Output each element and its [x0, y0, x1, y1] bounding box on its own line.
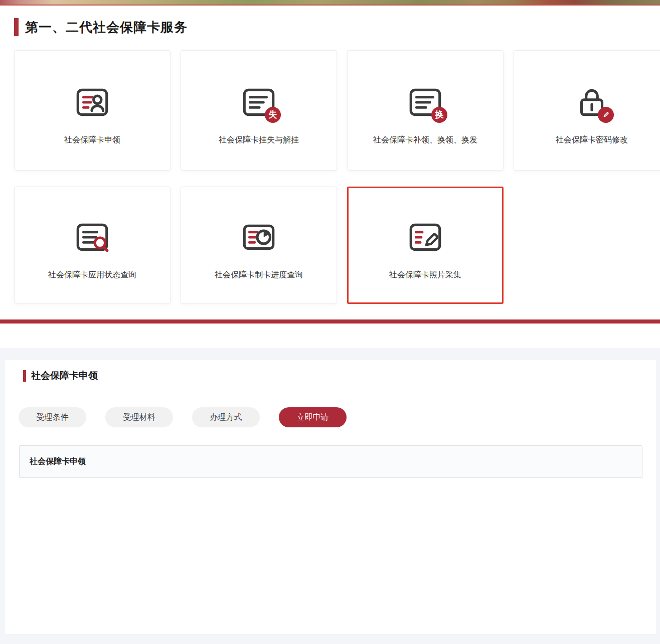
detail-card: 社会保障卡申领 受理条件 受理材料 办理方式 立即申请 社会保障卡申领 [5, 360, 656, 634]
id-card-person-icon [72, 83, 112, 122]
service-card-label: 社会保障卡密码修改 [556, 135, 628, 145]
service-card-label: 社会保障卡制卡进度查询 [215, 270, 303, 280]
service-card-progress-query[interactable]: 社会保障卡制卡进度查询 [181, 187, 337, 304]
service-card-label: 社会保障卡申领 [64, 135, 120, 145]
section-accent-bar [14, 18, 19, 36]
detail-panel: 社会保障卡申领 受理条件 受理材料 办理方式 立即申请 社会保障卡申领 [0, 348, 660, 644]
detail-tabs: 受理条件 受理材料 办理方式 立即申请 [19, 407, 347, 427]
section-header: 第一、二代社会保障卡服务 [14, 18, 188, 36]
replace-badge-icon: 换 [431, 107, 447, 123]
card-photo-edit-icon [405, 218, 445, 257]
detail-header-divider [5, 396, 656, 396]
service-card-password[interactable]: 社会保障卡密码修改 [514, 50, 660, 171]
service-card-report-loss[interactable]: 失 社会保障卡挂失与解挂 [181, 50, 337, 171]
pencil-badge-icon [598, 107, 614, 123]
section-divider [0, 319, 660, 324]
service-card-label: 社会保障卡照片采集 [389, 270, 461, 280]
loss-badge-icon: 失 [265, 107, 281, 123]
service-card-label: 社会保障卡挂失与解挂 [219, 135, 299, 145]
service-card-label: 社会保障卡补领、换领、换发 [373, 135, 477, 145]
service-card-label: 社会保障卡应用状态查询 [48, 270, 136, 280]
tab-acceptance-conditions[interactable]: 受理条件 [19, 407, 86, 427]
content-section-heading: 社会保障卡申领 [30, 456, 86, 467]
tab-handling-method[interactable]: 办理方式 [192, 407, 260, 427]
section-title: 第一、二代社会保障卡服务 [25, 19, 188, 36]
service-card-photo-collect[interactable]: 社会保障卡照片采集 [347, 187, 504, 304]
card-status-search-icon [72, 218, 112, 257]
service-card-apply[interactable]: 社会保障卡申领 [14, 50, 171, 171]
tab-apply-now[interactable]: 立即申请 [279, 407, 347, 427]
card-progress-clock-icon [239, 218, 279, 257]
service-card-status-query[interactable]: 社会保障卡应用状态查询 [14, 187, 171, 304]
detail-title: 社会保障卡申领 [31, 369, 98, 382]
content-section-box: 社会保障卡申领 [19, 445, 642, 478]
header-photo-strip [0, 0, 660, 6]
page: 第一、二代社会保障卡服务 社会保障卡申领 失 社会保障卡挂失与 [0, 0, 660, 644]
detail-header: 社会保障卡申领 [23, 369, 98, 382]
tab-required-materials[interactable]: 受理材料 [105, 407, 173, 427]
detail-accent-bar [23, 370, 26, 382]
service-card-replace[interactable]: 换 社会保障卡补领、换领、换发 [347, 50, 504, 171]
